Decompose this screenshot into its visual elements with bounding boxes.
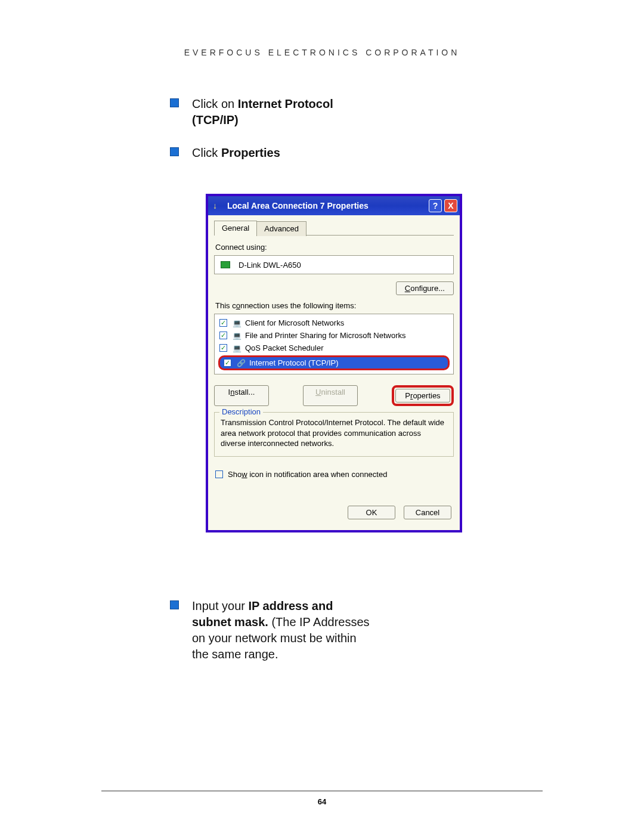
configure-button[interactable]: CConfigure...onfigure... — [396, 281, 454, 295]
square-bullet-icon — [170, 600, 179, 609]
items-label: This connection uses the following items… — [215, 301, 454, 310]
ok-button[interactable]: OK — [348, 506, 395, 519]
connect-using-label: Connect using: — [215, 243, 454, 252]
highlight-ring: Properties — [392, 385, 454, 406]
group-title: Description — [219, 407, 263, 416]
tab-general[interactable]: General — [214, 221, 257, 236]
description-text: Transmission Control Protocol/Internet P… — [221, 417, 447, 449]
show-icon-row[interactable]: Show icon in notification area when conn… — [215, 470, 454, 479]
properties-button[interactable]: Properties — [395, 389, 450, 402]
text-plain: Click on — [192, 97, 238, 110]
item-label: Client for Microsoft Networks — [245, 318, 344, 327]
window-title: Local Area Connection 7 Properties — [227, 201, 426, 210]
client-icon: 💻 — [232, 319, 242, 327]
show-icon-label: Show icon in notification area when conn… — [228, 470, 387, 479]
text-plain: Input your — [192, 599, 249, 612]
checkbox-icon[interactable]: ✓ — [224, 359, 231, 367]
list-item[interactable]: ✓ 💻 File and Printer Sharing for Microso… — [216, 329, 452, 342]
tab-advanced[interactable]: Advanced — [256, 221, 306, 236]
xp-window: ↓ Local Area Connection 7 Properties ? X… — [206, 194, 462, 532]
instruction-bullet-1: Click on Internet Protocol (TCP/IP) — [170, 96, 373, 128]
nic-icon — [221, 261, 230, 268]
description-group: Description Transmission Control Protoco… — [214, 412, 454, 457]
install-button[interactable]: Install... — [214, 385, 269, 406]
instruction-bullet-2: Click Properties — [170, 145, 373, 161]
close-button[interactable]: X — [444, 199, 457, 212]
instruction-bullet-3: Input your IP address and subnet mask. (… — [170, 598, 373, 662]
checkbox-icon[interactable] — [215, 470, 223, 478]
item-label: File and Printer Sharing for Microsoft N… — [245, 331, 405, 340]
bullet-text: Input your IP address and subnet mask. (… — [192, 598, 373, 662]
service-icon: 💻 — [232, 344, 242, 352]
footer-rule — [101, 791, 543, 791]
protocol-icon: 🔗 — [236, 359, 246, 367]
bullet-text: Click on Internet Protocol (TCP/IP) — [192, 96, 373, 128]
page-number: 64 — [0, 797, 644, 806]
square-bullet-icon — [170, 147, 179, 156]
list-item-selected[interactable]: ✓ 🔗 Internet Protocol (TCP/IP) — [218, 355, 450, 370]
list-item[interactable]: ✓ 💻 QoS Packet Scheduler — [216, 342, 452, 354]
item-label: QoS Packet Scheduler — [245, 343, 324, 352]
checkbox-icon[interactable]: ✓ — [219, 332, 227, 339]
tab-strip: General Advanced — [214, 220, 454, 236]
button-row: Install... Uninstall Properties — [214, 385, 454, 406]
item-label: Internet Protocol (TCP/IP) — [249, 358, 339, 367]
dialog-screenshot: ↓ Local Area Connection 7 Properties ? X… — [206, 194, 462, 532]
bullet-text: Click Properties — [192, 145, 280, 161]
service-icon: 💻 — [232, 332, 242, 340]
adapter-field[interactable]: D-Link DWL-A650 — [214, 255, 454, 274]
page-header: EVERFOCUS ELECTRONICS CORPORATION — [101, 48, 543, 57]
titlebar[interactable]: ↓ Local Area Connection 7 Properties ? X — [208, 196, 460, 215]
document-page: EVERFOCUS ELECTRONICS CORPORATION Click … — [0, 0, 644, 715]
cancel-button[interactable]: Cancel — [404, 506, 451, 519]
items-listbox[interactable]: ✓ 💻 Client for Microsoft Networks ✓ 💻 Fi… — [214, 314, 454, 374]
adapter-name: D-Link DWL-A650 — [239, 261, 301, 270]
text-bold: Properties — [221, 146, 280, 159]
help-button[interactable]: ? — [429, 199, 442, 212]
checkbox-icon[interactable]: ✓ — [219, 344, 227, 352]
window-icon: ↓ — [213, 201, 222, 210]
dialog-client-area: General Advanced Connect using: D-Link D… — [208, 215, 460, 530]
square-bullet-icon — [170, 98, 179, 107]
uninstall-button: Uninstall — [303, 385, 358, 406]
checkbox-icon[interactable]: ✓ — [219, 319, 227, 327]
dialog-footer: OK Cancel — [214, 506, 451, 519]
text-plain: Click — [192, 146, 221, 159]
list-item[interactable]: ✓ 💻 Client for Microsoft Networks — [216, 317, 452, 329]
